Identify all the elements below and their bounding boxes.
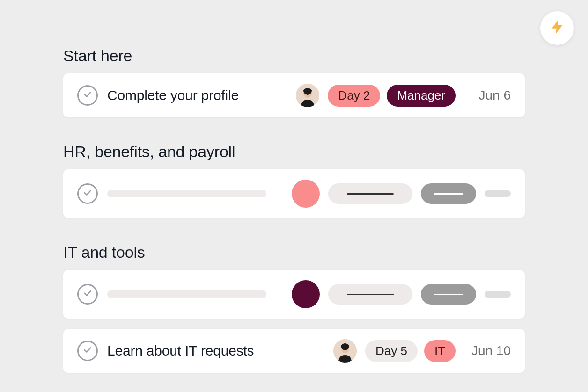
section-title: Start here: [63, 47, 525, 65]
assignee-avatar[interactable]: [296, 84, 319, 107]
check-icon: [82, 345, 93, 357]
tag-pill[interactable]: Day 2: [328, 85, 380, 107]
tag-pill[interactable]: Manager: [387, 85, 456, 107]
lightning-icon: [549, 19, 565, 37]
placeholder-tag: [421, 284, 476, 305]
task-title: Complete your profile: [107, 87, 287, 103]
due-date: Jun 10: [464, 343, 511, 358]
placeholder-task-title: [107, 290, 266, 298]
complete-task-checkbox[interactable]: [77, 85, 98, 106]
placeholder-tag: [421, 183, 476, 204]
section-title: HR, benefits, and payroll: [63, 143, 525, 161]
check-icon: [82, 288, 93, 300]
task-row[interactable]: Learn about IT requests Day 5 IT Jun 10: [63, 329, 525, 373]
section-start-here: Start here Complete your profile Day 2 M…: [63, 47, 525, 117]
automation-fab[interactable]: [540, 11, 574, 45]
task-metadata: Day 2 Manager Jun 6: [296, 84, 511, 107]
task-metadata: [292, 280, 511, 308]
complete-task-checkbox[interactable]: [77, 284, 98, 305]
due-date: Jun 6: [464, 88, 511, 103]
complete-task-checkbox[interactable]: [77, 183, 98, 204]
placeholder-task-title: [107, 190, 266, 197]
check-icon: [82, 188, 93, 200]
section-title: IT and tools: [63, 243, 525, 261]
placeholder-due-date: [485, 190, 511, 197]
task-metadata: Day 5 IT Jun 10: [333, 339, 511, 363]
task-row-placeholder[interactable]: [63, 169, 525, 218]
task-tags: Day 5 IT: [365, 340, 456, 362]
placeholder-tag: [328, 183, 412, 204]
task-row[interactable]: Complete your profile Day 2 Manager Jun …: [63, 73, 525, 117]
placeholder-assignee: [292, 280, 320, 308]
tag-pill[interactable]: Day 5: [365, 340, 418, 362]
section-hr-benefits-payroll: HR, benefits, and payroll: [63, 143, 525, 218]
placeholder-tag: [328, 284, 412, 305]
placeholder-assignee: [292, 180, 320, 208]
tag-pill[interactable]: IT: [424, 340, 456, 362]
task-title: Learn about IT requests: [107, 343, 324, 359]
task-row-placeholder[interactable]: [63, 270, 525, 319]
task-metadata: [292, 180, 511, 208]
check-icon: [82, 89, 93, 102]
complete-task-checkbox[interactable]: [77, 341, 98, 361]
placeholder-due-date: [485, 291, 511, 298]
task-sections-container: Start here Complete your profile Day 2 M…: [0, 0, 588, 373]
section-it-and-tools: IT and tools Learn about IT: [63, 243, 525, 373]
task-tags: Day 2 Manager: [328, 85, 456, 107]
assignee-avatar[interactable]: [333, 339, 357, 363]
